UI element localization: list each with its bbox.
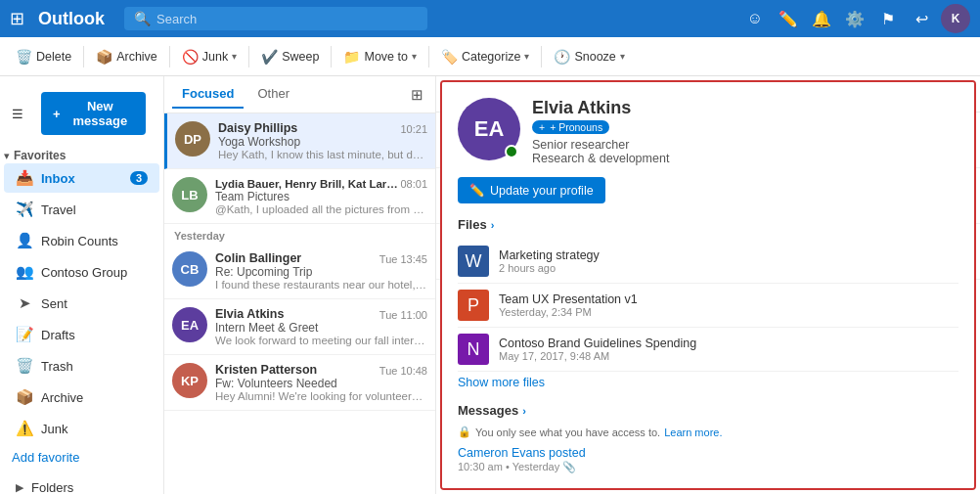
avatar: KP [172,363,207,398]
delete-icon: 🗑️ [16,49,32,65]
toolbar: 🗑️ Delete 📦 Archive 🚫 Junk ▾ ✔️ Sweep 📁 … [0,37,980,76]
plus-icon: + [539,121,545,133]
messages-note: 🔒 You only see what you have access to. … [458,426,958,438]
avatar: LB [172,177,207,212]
email-item[interactable]: KP Kristen Patterson Tue 10:48 Fw: Volun… [164,355,435,411]
travel-icon: ✈️ [16,201,33,218]
compose-icon: + [53,107,61,121]
email-detail: Team Pictures EA le team OneDrive folder… [436,76,980,494]
flag-icon[interactable]: ⚑ [874,5,902,32]
contact-header: EA Elvia Atkins + + Pronouns Senior rese… [458,98,958,165]
search-input[interactable] [156,12,418,26]
file-item[interactable]: W Marketing strategy 2 hours ago [458,240,958,284]
date-label-yesterday: Yesterday [164,224,435,244]
sidebar-item-junk[interactable]: ⚠️ Junk [4,414,159,443]
compose-button[interactable]: + New message [41,92,146,135]
file-info: Marketing strategy 2 hours ago [499,248,600,274]
divider-1 [83,46,84,67]
categorize-icon: 🏷️ [441,49,458,65]
filter-icon[interactable]: ⊞ [407,82,427,108]
messages-arrow: › [522,405,526,417]
top-nav-actions: ☺ ✏️ 🔔 ⚙️ ⚑ ↩ K [741,4,970,33]
avatar[interactable]: K [941,4,970,33]
sent-icon: ➤ [16,294,33,312]
junk-button[interactable]: 🚫 Junk ▾ [174,45,245,68]
email-item[interactable]: DP Daisy Phillips 10:21 Yoga Workshop He… [164,113,435,169]
email-tabs: Focused Other ⊞ [164,76,435,113]
sidebar-item-robin-counts[interactable]: 👤 Robin Counts [4,226,159,255]
learn-more-link[interactable]: Learn more. [664,427,722,438]
smiley-icon[interactable]: ☺ [741,5,769,32]
email-item[interactable]: CB Colin Ballinger Tue 13:45 Re: Upcomin… [164,244,435,299]
email-content: Elvia Atkins Tue 11:00 Intern Meet & Gre… [215,307,427,346]
pronoun-badge[interactable]: + + Pronouns [532,120,609,134]
pencil-icon: ✏️ [469,183,485,198]
email-item[interactable]: EA Elvia Atkins Tue 11:00 Intern Meet & … [164,299,435,355]
avatar: DP [175,121,210,157]
bell-icon[interactable]: 🔔 [808,5,835,32]
email-item[interactable]: LB Lydia Bauer, Henry Brill, Kat Larsson… [164,169,435,224]
update-profile-button[interactable]: ✏️ Update your profile [458,177,605,203]
contact-avatar: EA [458,98,520,160]
lock-icon: 🔒 [458,426,471,438]
junk-icon: 🚫 [182,49,199,65]
divider-4 [331,46,332,67]
junk-dropdown-arrow: ▾ [232,51,237,62]
email-content: Lydia Bauer, Henry Brill, Kat Larsson, .… [215,177,427,215]
archive-sidebar-icon: 📦 [16,388,33,406]
avatar: EA [172,307,207,342]
collapse-button[interactable]: ☰ [8,103,27,125]
snooze-icon: 🕐 [554,49,570,65]
top-nav: ⊞ Outlook 🔍 ☺ ✏️ 🔔 ⚙️ ⚑ ↩ K [0,0,980,37]
move-dropdown-arrow: ▾ [412,51,417,62]
snooze-button[interactable]: 🕐 Snooze ▾ [546,45,632,68]
divider-3 [248,46,249,67]
file-item[interactable]: N Contoso Brand Guidelines Spending May … [458,328,958,372]
email-content: Colin Ballinger Tue 13:45 Re: Upcoming T… [215,251,427,291]
categorize-dropdown-arrow: ▾ [524,51,529,62]
contact-name: Elvia Atkins [532,98,958,118]
posted-by-link[interactable]: Cameron Evans posted [458,446,958,460]
sweep-button[interactable]: ✔️ Sweep [253,45,327,68]
pen-icon[interactable]: ✏️ [775,5,802,32]
favorites-section[interactable]: ▾ Favorites [0,145,163,162]
sidebar-item-drafts[interactable]: 📝 Drafts [4,320,159,349]
sidebar-item-inbox[interactable]: 📥 Inbox 3 [4,163,159,193]
snooze-dropdown-arrow: ▾ [620,51,625,62]
feedback-icon[interactable]: ↩ [908,5,935,32]
settings-icon[interactable]: ⚙️ [841,5,869,32]
grid-icon[interactable]: ⊞ [10,8,24,29]
sidebar-item-folders[interactable]: ▶ Folders [4,474,159,494]
group-icon: 👥 [16,263,33,281]
tab-focused[interactable]: Focused [172,80,244,109]
post-time: 10:30 am • Yesterday 📎 [458,461,958,473]
trash-icon: 🗑️ [16,357,33,375]
onenote-icon: N [458,334,489,365]
sweep-icon: ✔️ [261,49,278,65]
junk-sidebar-icon: ⚠️ [16,420,33,437]
categorize-button[interactable]: 🏷️ Categorize ▾ [433,45,537,68]
email-items: DP Daisy Phillips 10:21 Yoga Workshop He… [164,113,435,494]
file-info: Team UX Presentation v1 Yesterday, 2:34 … [499,292,638,318]
sidebar-item-trash[interactable]: 🗑️ Trash [4,351,159,381]
delete-button[interactable]: 🗑️ Delete [8,45,79,68]
add-favorite-link[interactable]: Add favorite [0,444,163,471]
sidebar-item-archive[interactable]: 📦 Archive [4,382,159,412]
files-arrow: › [491,219,495,231]
email-list: Focused Other ⊞ DP Daisy Phillips 10:21 … [164,76,436,494]
move-to-button[interactable]: 📁 Move to ▾ [335,45,423,68]
search-icon: 🔍 [134,11,151,26]
contact-panel: EA Elvia Atkins + + Pronouns Senior rese… [440,80,976,490]
email-content: Kristen Patterson Tue 10:48 Fw: Voluntee… [215,363,427,402]
file-item[interactable]: P Team UX Presentation v1 Yesterday, 2:3… [458,284,958,328]
sidebar-item-contoso[interactable]: 👥 Contoso Group [4,257,159,287]
archive-icon: 📦 [96,49,112,65]
tab-other[interactable]: Other [247,80,299,109]
sidebar-item-travel[interactable]: ✈️ Travel [4,195,159,224]
inbox-icon: 📥 [16,169,33,187]
show-more-files-link[interactable]: Show more files [458,376,958,389]
contact-info: Elvia Atkins + + Pronouns Senior researc… [532,98,958,165]
archive-button[interactable]: 📦 Archive [88,45,165,68]
avatar: CB [172,251,207,287]
sidebar-item-sent[interactable]: ➤ Sent [4,289,159,318]
